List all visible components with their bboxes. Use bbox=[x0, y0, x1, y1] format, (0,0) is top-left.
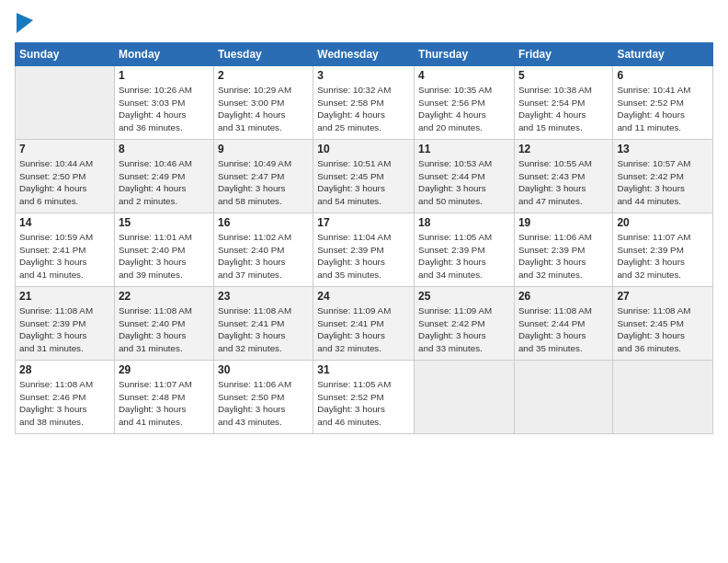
calendar-cell: 22Sunrise: 11:08 AM Sunset: 2:40 PM Dayl… bbox=[114, 287, 213, 361]
calendar-cell: 20Sunrise: 11:07 AM Sunset: 2:39 PM Dayl… bbox=[613, 213, 713, 287]
calendar-cell: 21Sunrise: 11:08 AM Sunset: 2:39 PM Dayl… bbox=[16, 287, 115, 361]
cell-info: Sunrise: 10:41 AM Sunset: 2:52 PM Daylig… bbox=[617, 84, 709, 134]
cell-date-number: 22 bbox=[119, 290, 210, 303]
calendar-week-3: 14Sunrise: 10:59 AM Sunset: 2:41 PM Dayl… bbox=[16, 213, 713, 287]
cell-date-number: 9 bbox=[218, 143, 309, 155]
calendar-cell: 29Sunrise: 11:07 AM Sunset: 2:48 PM Dayl… bbox=[114, 361, 213, 434]
calendar-cell: 8Sunrise: 10:46 AM Sunset: 2:49 PM Dayli… bbox=[114, 140, 213, 213]
cell-info: Sunrise: 11:06 AM Sunset: 2:39 PM Daylig… bbox=[518, 231, 609, 282]
cell-info: Sunrise: 11:05 AM Sunset: 2:52 PM Daylig… bbox=[317, 378, 410, 429]
calendar-cell: 31Sunrise: 11:05 AM Sunset: 2:52 PM Dayl… bbox=[313, 361, 415, 434]
calendar-cell: 1Sunrise: 10:26 AM Sunset: 3:03 PM Dayli… bbox=[114, 66, 213, 140]
cell-info: Sunrise: 11:08 AM Sunset: 2:39 PM Daylig… bbox=[19, 304, 110, 355]
calendar-cell: 24Sunrise: 11:09 AM Sunset: 2:41 PM Dayl… bbox=[313, 287, 415, 361]
calendar-cell: 9Sunrise: 10:49 AM Sunset: 2:47 PM Dayli… bbox=[213, 140, 313, 213]
cell-date-number: 16 bbox=[218, 216, 309, 229]
calendar-cell: 10Sunrise: 10:51 AM Sunset: 2:45 PM Dayl… bbox=[313, 140, 415, 213]
calendar-cell: 27Sunrise: 11:08 AM Sunset: 2:45 PM Dayl… bbox=[613, 287, 713, 361]
cell-info: Sunrise: 11:08 AM Sunset: 2:40 PM Daylig… bbox=[119, 304, 210, 355]
cell-date-number: 2 bbox=[218, 69, 309, 82]
cell-date-number: 11 bbox=[418, 143, 510, 155]
cell-date-number: 13 bbox=[617, 143, 709, 155]
cell-info: Sunrise: 10:38 AM Sunset: 2:54 PM Daylig… bbox=[518, 84, 609, 134]
calendar-cell bbox=[514, 361, 612, 434]
cell-date-number: 15 bbox=[119, 216, 210, 229]
calendar-cell: 30Sunrise: 11:06 AM Sunset: 2:50 PM Dayl… bbox=[213, 361, 313, 434]
calendar-cell: 12Sunrise: 10:55 AM Sunset: 2:43 PM Dayl… bbox=[514, 140, 612, 213]
cell-date-number: 17 bbox=[317, 216, 410, 229]
cell-info: Sunrise: 10:51 AM Sunset: 2:45 PM Daylig… bbox=[317, 157, 410, 208]
day-header-tuesday: Tuesday bbox=[213, 43, 313, 66]
day-header-saturday: Saturday bbox=[613, 43, 713, 66]
cell-info: Sunrise: 10:57 AM Sunset: 2:42 PM Daylig… bbox=[617, 157, 709, 208]
cell-date-number: 29 bbox=[119, 363, 210, 376]
cell-date-number: 20 bbox=[617, 216, 709, 229]
calendar-week-5: 28Sunrise: 11:08 AM Sunset: 2:46 PM Dayl… bbox=[16, 361, 713, 434]
calendar-cell: 19Sunrise: 11:06 AM Sunset: 2:39 PM Dayl… bbox=[514, 213, 612, 287]
day-header-friday: Friday bbox=[514, 43, 612, 66]
cell-date-number: 12 bbox=[518, 143, 609, 155]
cell-info: Sunrise: 10:49 AM Sunset: 2:47 PM Daylig… bbox=[218, 157, 309, 208]
cell-info: Sunrise: 11:08 AM Sunset: 2:41 PM Daylig… bbox=[218, 304, 309, 355]
cell-date-number: 19 bbox=[518, 216, 609, 229]
logo-icon bbox=[17, 13, 33, 33]
cell-date-number: 25 bbox=[418, 290, 510, 303]
cell-date-number: 30 bbox=[218, 363, 309, 376]
cell-info: Sunrise: 11:05 AM Sunset: 2:39 PM Daylig… bbox=[418, 231, 510, 282]
cell-date-number: 24 bbox=[317, 290, 410, 303]
cell-info: Sunrise: 10:53 AM Sunset: 2:44 PM Daylig… bbox=[418, 157, 510, 208]
cell-date-number: 18 bbox=[418, 216, 510, 229]
cell-date-number: 10 bbox=[317, 143, 410, 155]
cell-info: Sunrise: 10:46 AM Sunset: 2:49 PM Daylig… bbox=[119, 157, 210, 208]
cell-date-number: 7 bbox=[19, 143, 110, 155]
cell-date-number: 21 bbox=[19, 290, 110, 303]
calendar-cell: 13Sunrise: 10:57 AM Sunset: 2:42 PM Dayl… bbox=[613, 140, 713, 213]
cell-info: Sunrise: 10:35 AM Sunset: 2:56 PM Daylig… bbox=[418, 84, 510, 134]
calendar-cell: 18Sunrise: 11:05 AM Sunset: 2:39 PM Dayl… bbox=[415, 213, 515, 287]
calendar-cell: 17Sunrise: 11:04 AM Sunset: 2:39 PM Dayl… bbox=[313, 213, 415, 287]
cell-info: Sunrise: 11:09 AM Sunset: 2:41 PM Daylig… bbox=[317, 304, 410, 355]
calendar-cell: 15Sunrise: 11:01 AM Sunset: 2:40 PM Dayl… bbox=[114, 213, 213, 287]
calendar-cell bbox=[613, 361, 713, 434]
day-header-thursday: Thursday bbox=[415, 43, 515, 66]
cell-date-number: 27 bbox=[617, 290, 709, 303]
svg-marker-0 bbox=[17, 13, 33, 33]
cell-info: Sunrise: 10:44 AM Sunset: 2:50 PM Daylig… bbox=[19, 157, 110, 208]
calendar-header-row: SundayMondayTuesdayWednesdayThursdayFrid… bbox=[16, 43, 713, 66]
cell-date-number: 1 bbox=[119, 69, 210, 82]
cell-info: Sunrise: 10:26 AM Sunset: 3:03 PM Daylig… bbox=[119, 84, 210, 134]
cell-date-number: 23 bbox=[218, 290, 309, 303]
cell-info: Sunrise: 10:29 AM Sunset: 3:00 PM Daylig… bbox=[218, 84, 309, 134]
cell-date-number: 28 bbox=[19, 363, 110, 376]
calendar-body: 1Sunrise: 10:26 AM Sunset: 3:03 PM Dayli… bbox=[16, 66, 713, 434]
cell-info: Sunrise: 11:08 AM Sunset: 2:45 PM Daylig… bbox=[617, 304, 709, 355]
cell-info: Sunrise: 11:02 AM Sunset: 2:40 PM Daylig… bbox=[218, 231, 309, 282]
page: SundayMondayTuesdayWednesdayThursdayFrid… bbox=[0, 0, 728, 563]
calendar-cell: 6Sunrise: 10:41 AM Sunset: 2:52 PM Dayli… bbox=[613, 66, 713, 140]
calendar-table: SundayMondayTuesdayWednesdayThursdayFrid… bbox=[15, 42, 713, 434]
cell-date-number: 4 bbox=[418, 69, 510, 82]
cell-info: Sunrise: 11:06 AM Sunset: 2:50 PM Daylig… bbox=[218, 378, 309, 429]
calendar-cell: 16Sunrise: 11:02 AM Sunset: 2:40 PM Dayl… bbox=[213, 213, 313, 287]
day-header-monday: Monday bbox=[114, 43, 213, 66]
calendar-cell: 7Sunrise: 10:44 AM Sunset: 2:50 PM Dayli… bbox=[16, 140, 115, 213]
calendar-cell bbox=[415, 361, 515, 434]
day-header-sunday: Sunday bbox=[16, 43, 115, 66]
calendar-week-2: 7Sunrise: 10:44 AM Sunset: 2:50 PM Dayli… bbox=[16, 140, 713, 213]
cell-date-number: 6 bbox=[617, 69, 709, 82]
cell-info: Sunrise: 10:59 AM Sunset: 2:41 PM Daylig… bbox=[19, 231, 110, 282]
cell-info: Sunrise: 11:07 AM Sunset: 2:48 PM Daylig… bbox=[119, 378, 210, 429]
cell-info: Sunrise: 11:01 AM Sunset: 2:40 PM Daylig… bbox=[119, 231, 210, 282]
calendar-cell: 23Sunrise: 11:08 AM Sunset: 2:41 PM Dayl… bbox=[213, 287, 313, 361]
cell-info: Sunrise: 11:09 AM Sunset: 2:42 PM Daylig… bbox=[418, 304, 510, 355]
cell-info: Sunrise: 11:08 AM Sunset: 2:46 PM Daylig… bbox=[19, 378, 110, 429]
calendar-cell bbox=[16, 66, 115, 140]
cell-date-number: 26 bbox=[518, 290, 609, 303]
calendar-cell: 3Sunrise: 10:32 AM Sunset: 2:58 PM Dayli… bbox=[313, 66, 415, 140]
cell-date-number: 14 bbox=[19, 216, 110, 229]
calendar-cell: 11Sunrise: 10:53 AM Sunset: 2:44 PM Dayl… bbox=[415, 140, 515, 213]
cell-info: Sunrise: 11:07 AM Sunset: 2:39 PM Daylig… bbox=[617, 231, 709, 282]
logo bbox=[15, 15, 33, 35]
calendar-cell: 5Sunrise: 10:38 AM Sunset: 2:54 PM Dayli… bbox=[514, 66, 612, 140]
calendar-cell: 26Sunrise: 11:08 AM Sunset: 2:44 PM Dayl… bbox=[514, 287, 612, 361]
